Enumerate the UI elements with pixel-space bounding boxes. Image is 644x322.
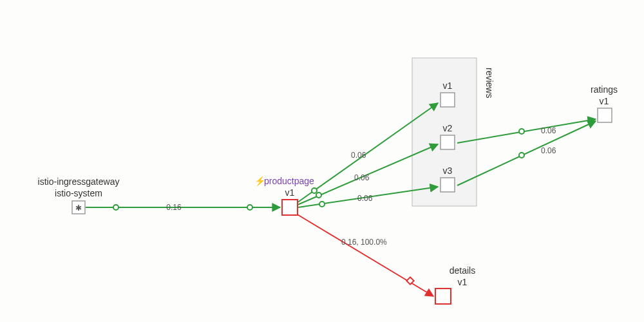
node-details[interactable]: details v1 [435,265,475,304]
node-reviews-v3-label: v3 [443,166,453,176]
node-reviews-v1-label: v1 [443,80,453,91]
edge-productpage-reviews-v1-label: 0.06 [351,151,366,160]
node-ratings-title: ratings [591,84,618,95]
svg-point-2 [113,205,118,210]
ingress-icon: ✱ [75,204,82,213]
node-ratings-version: v1 [600,96,609,106]
svg-rect-22 [435,289,451,304]
svg-rect-20 [440,178,455,192]
svg-rect-19 [440,135,455,149]
edge-productpage-reviews-v3-label: 0.06 [357,194,373,203]
node-productpage-version: v1 [285,187,295,198]
node-ingress[interactable]: ✱ istio-ingressgateway istio-system [38,176,120,214]
edge-reviews-v2-ratings-label: 0.06 [541,126,556,135]
edge-productpage-reviews-v2-label: 0.06 [354,173,370,182]
svg-point-3 [247,205,252,210]
svg-point-5 [312,188,317,193]
svg-rect-21 [598,108,612,122]
reviews-group-label: reviews [484,68,495,98]
svg-point-9 [319,202,325,207]
svg-rect-17 [282,200,298,215]
edge-reviews-v3-ratings-label: 0.06 [541,146,556,155]
edge-productpage-details-label: 0.16, 100.0% [341,238,387,247]
svg-rect-18 [440,93,455,107]
svg-line-14 [296,214,433,296]
edge-ingress-productpage-label: 0.16 [166,203,182,212]
node-ratings[interactable]: ratings v1 [591,84,618,122]
edge-productpage-details: 0.16, 100.0% [296,214,433,296]
svg-point-13 [519,153,524,158]
svg-point-7 [316,193,321,198]
node-productpage-title: productpage [264,176,314,186]
node-ingress-subtitle: istio-system [55,188,102,198]
node-details-title: details [450,265,475,276]
node-productpage[interactable]: ⚡ productpage v1 [254,176,314,215]
svg-point-11 [519,129,524,134]
node-details-version: v1 [458,277,468,287]
edge-ingress-productpage: 0.16 [86,203,280,212]
node-ingress-title: istio-ingressgateway [38,176,120,187]
node-reviews-v2-label: v2 [443,123,453,133]
